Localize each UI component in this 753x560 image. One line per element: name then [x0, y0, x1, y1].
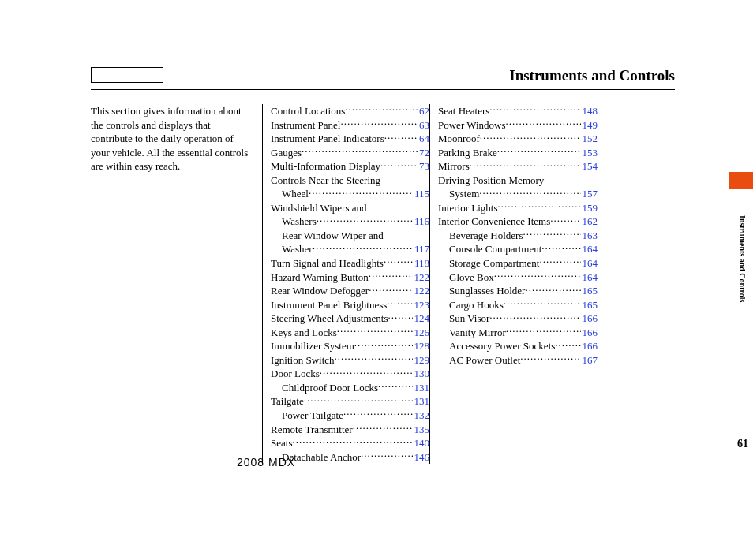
toc-label: Beverage Holders — [449, 229, 523, 243]
toc-row: System157 — [438, 187, 598, 201]
toc-page-link[interactable]: 72 — [418, 146, 429, 160]
toc-dots — [345, 104, 418, 114]
toc-page-link[interactable]: 162 — [581, 215, 598, 229]
toc-row: Washers116 — [271, 215, 429, 229]
toc-page-link[interactable]: 131 — [413, 381, 430, 395]
toc-dots — [480, 132, 581, 142]
toc-row: AC Power Outlet167 — [438, 353, 598, 368]
toc-page-link[interactable]: 165 — [581, 284, 598, 298]
toc-page-link[interactable]: 135 — [413, 423, 430, 437]
toc-page-link[interactable]: 164 — [581, 271, 598, 285]
toc-row: Seat Heaters148 — [438, 104, 598, 118]
toc-dots — [494, 271, 581, 281]
toc-label: Sun Visor — [449, 312, 489, 326]
toc-page-link[interactable]: 166 — [581, 312, 598, 326]
toc-row: Instrument Panel63 — [271, 118, 429, 133]
columns: This section gives information about the… — [91, 104, 675, 464]
toc-page-link[interactable]: 118 — [413, 256, 429, 271]
toc-dots — [506, 326, 581, 336]
toc-label: Tailgate — [271, 394, 304, 409]
toc-label: Rear Window Wiper and — [282, 229, 384, 243]
toc-dots — [335, 353, 413, 364]
toc-page-link[interactable]: 63 — [418, 118, 429, 133]
toc-row: Instrument Panel Indicators64 — [271, 132, 429, 146]
toc-page-link[interactable]: 122 — [413, 271, 430, 285]
toc-label: Mirrors — [438, 159, 470, 174]
toc-page-link[interactable]: 165 — [581, 298, 598, 312]
toc-label: Vanity Mirror — [449, 326, 506, 340]
toc-page-link[interactable]: 146 — [413, 450, 430, 465]
toc-page-link[interactable]: 159 — [581, 201, 598, 215]
toc-label: Childproof Door Locks — [282, 381, 378, 395]
toc-column-1: Control Locations62Instrument Panel63Ins… — [263, 104, 430, 464]
toc-row: Keys and Locks126 — [271, 326, 429, 340]
toc-page-link[interactable]: 149 — [581, 118, 598, 133]
toc-label: Parking Brake — [438, 146, 497, 160]
toc-row: Wheel115 — [271, 187, 429, 201]
toc-label: Steering Wheel Adjustments — [271, 312, 388, 326]
toc-row: Sunglasses Holder165 — [438, 284, 598, 298]
section-title: Instruments and Controls — [509, 67, 675, 84]
toc-dots — [504, 298, 581, 308]
toc-row: Hazard Warning Button122 — [271, 271, 429, 285]
toc-dots — [489, 312, 580, 322]
toc-page-link[interactable]: 64 — [418, 132, 429, 146]
toc-page-link[interactable]: 167 — [581, 353, 598, 368]
toc-page-link[interactable]: 154 — [581, 159, 598, 174]
toc-page-link[interactable]: 128 — [413, 339, 430, 353]
toc-page-link[interactable]: 117 — [413, 242, 429, 256]
toc-page-link[interactable]: 157 — [581, 187, 598, 201]
toc-label: Power Tailgate — [282, 409, 343, 423]
toc-page-link[interactable]: 163 — [581, 229, 598, 243]
toc-row: Remote Transmitter135 — [271, 423, 429, 437]
toc-label: Multi-Information Display — [271, 159, 380, 174]
toc-label: Seat Heaters — [438, 104, 489, 118]
toc-page-link[interactable]: 164 — [581, 242, 598, 256]
toc-row: Accessory Power Sockets166 — [438, 339, 598, 353]
toc-page-link[interactable]: 152 — [581, 132, 598, 146]
toc-dots — [387, 298, 412, 308]
toc-label: Washers — [282, 215, 317, 229]
toc-page-link[interactable]: 148 — [581, 104, 598, 118]
toc-dots — [302, 146, 418, 156]
toc-row: Vanity Mirror166 — [438, 326, 598, 340]
toc-dots — [320, 367, 413, 377]
toc-page-link[interactable]: 166 — [581, 326, 598, 340]
toc-page-link[interactable]: 122 — [413, 284, 430, 298]
toc-dots — [292, 436, 412, 446]
toc-page-link[interactable]: 140 — [413, 436, 430, 450]
toc-page-link[interactable]: 126 — [413, 326, 430, 340]
toc-dots — [497, 146, 581, 156]
toc-dots — [384, 256, 413, 267]
toc-page-link[interactable]: 130 — [413, 367, 430, 381]
toc-column-2: Seat Heaters148Power Windows149Moonroof1… — [430, 104, 598, 464]
toc-page-link[interactable]: 132 — [413, 409, 430, 423]
toc-label: Instrument Panel Indicators — [271, 132, 384, 146]
section-tab — [729, 172, 753, 189]
toc-dots — [520, 353, 580, 364]
toc-dots — [380, 159, 418, 170]
toc-page-link[interactable]: 153 — [581, 146, 598, 160]
toc-label: Windshield Wipers and — [271, 201, 366, 215]
toc-page-link[interactable]: 164 — [581, 256, 598, 271]
toc-page-link[interactable]: 124 — [413, 312, 430, 326]
toc-label: Sunglasses Holder — [449, 284, 525, 298]
toc-dots — [304, 394, 413, 405]
toc-row: Console Compartment164 — [438, 242, 598, 256]
toc-page-link[interactable]: 129 — [413, 353, 430, 368]
toc-page-link[interactable]: 123 — [413, 298, 430, 312]
toc-page-link[interactable]: 73 — [418, 159, 429, 174]
toc-row: Door Locks130 — [271, 367, 429, 381]
toc-page-link[interactable]: 116 — [413, 215, 429, 229]
toc-label: Ignition Switch — [271, 353, 335, 368]
footer-model: 2008 MDX — [237, 456, 295, 469]
toc-row: Seats140 — [271, 436, 429, 450]
toc-label: Control Locations — [271, 104, 345, 118]
toc-page-link[interactable]: 62 — [418, 104, 429, 118]
title-row: Instruments and Controls — [91, 67, 675, 90]
toc-page-link[interactable]: 115 — [413, 187, 429, 201]
toc-label: Storage Compartment — [449, 256, 539, 271]
toc-label: Glove Box — [449, 271, 494, 285]
toc-page-link[interactable]: 166 — [581, 339, 598, 353]
toc-page-link[interactable]: 131 — [413, 394, 430, 409]
